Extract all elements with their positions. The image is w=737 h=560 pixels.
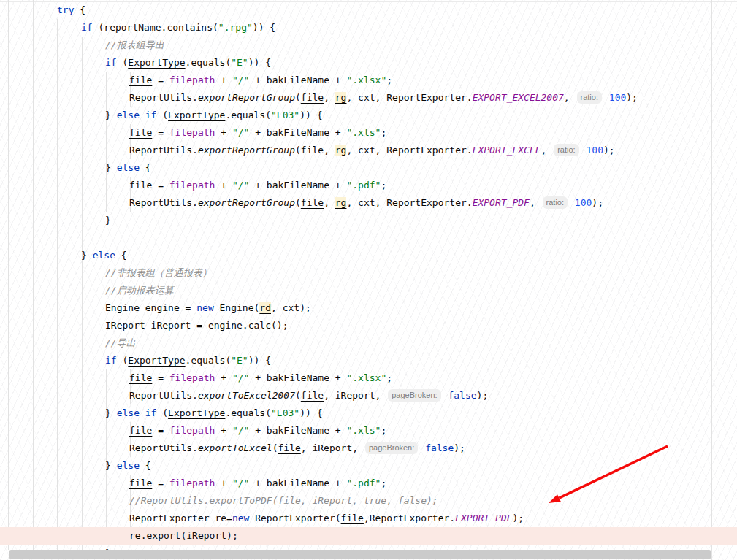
code-token: "/" <box>232 180 249 191</box>
code-token: else <box>117 162 140 173</box>
code-token: ( <box>295 197 301 208</box>
code-token: else <box>93 250 115 261</box>
code-token: + <box>215 425 232 436</box>
code-token: + <box>215 477 232 488</box>
code-token: IReport iReport = engine.calc(); <box>105 320 288 331</box>
code-line[interactable]: file = filepath + "/" + bakFileName + ".… <box>0 475 737 492</box>
code-token: "E03" <box>271 407 299 418</box>
parameter-hint-badge: ratio: <box>554 144 578 156</box>
code-token: false <box>425 442 454 453</box>
code-line[interactable]: ReportUtils.exportReportGroup(file, rg, … <box>0 89 737 107</box>
code-token: Engine( <box>214 302 260 313</box>
code-token: EXPORT_PDF <box>473 197 530 208</box>
code-line[interactable]: //ReportUtils.exportToPDF(file, iReport,… <box>0 492 737 510</box>
code-token: ExportType <box>128 57 185 68</box>
code-token: , cxt, ReportExporter. <box>346 145 472 156</box>
code-token: file <box>129 74 152 85</box>
code-line[interactable]: } else if (ExportType.equals("E03")) { <box>0 107 737 124</box>
code-token: , <box>530 197 541 208</box>
code-line[interactable]: if (ExportType.equals("E")) { <box>0 54 737 72</box>
code-token: )) { <box>248 57 271 68</box>
code-line[interactable]: } else { <box>0 159 737 177</box>
code-line[interactable]: Engine engine = new Engine(rd, cxt); <box>0 299 737 317</box>
code-token: = <box>152 74 169 85</box>
code-line[interactable]: //非报表组（普通报表） <box>0 264 737 282</box>
code-token: ); <box>512 513 524 523</box>
code-line[interactable]: ReportUtils.exportToExcel2007(file, iRep… <box>0 387 737 404</box>
code-token: if <box>105 57 117 68</box>
parameter-hint-badge: pageBroken: <box>365 442 418 454</box>
code-token: ( <box>156 407 168 418</box>
code-token: if <box>145 407 157 418</box>
code-token: ( <box>295 92 301 103</box>
code-line-highlighted[interactable]: re.export(iReport); <box>0 527 737 545</box>
code-token: file <box>129 425 152 436</box>
code-line[interactable]: //启动报表运算 <box>0 282 737 299</box>
code-token: } <box>105 110 117 120</box>
code-token: , cxt, ReportExporter. <box>346 197 472 208</box>
code-token: + <box>215 180 232 191</box>
code-token: exportReportGroup <box>198 197 295 208</box>
code-token: exportReportGroup <box>198 92 295 103</box>
code-token: = <box>152 180 169 191</box>
code-token: ".xls" <box>346 425 381 436</box>
code-token: , cxt); <box>271 302 311 313</box>
code-line[interactable]: IReport iReport = engine.calc(); <box>0 317 737 334</box>
code-line[interactable]: ReportUtils.exportReportGroup(file, rg, … <box>0 194 737 212</box>
code-token: , iReport, <box>301 442 364 453</box>
code-line[interactable]: //报表组导出 <box>0 37 737 54</box>
code-token: { <box>115 250 127 261</box>
horizontal-scrollbar-thumb[interactable] <box>9 550 711 559</box>
code-token: try <box>57 4 74 15</box>
code-line[interactable]: ReportExporter re=new ReportExporter(fil… <box>0 510 737 527</box>
code-token: + <box>215 74 232 85</box>
parameter-hint-badge: ratio: <box>543 196 568 209</box>
code-area[interactable]: try {if (reportName.contains(".rpg")) {/… <box>0 1 737 560</box>
code-line[interactable]: ReportUtils.exportReportGroup(file, rg, … <box>0 142 737 159</box>
code-token: , cxt, ReportExporter. <box>346 92 472 103</box>
code-token: + bakFileName + <box>249 180 346 191</box>
code-token: filepath <box>169 74 215 85</box>
code-token <box>140 407 145 418</box>
code-line[interactable]: } else { <box>0 247 737 264</box>
code-line[interactable]: file = filepath + "/" + bakFileName + ".… <box>0 72 737 89</box>
code-token <box>581 145 587 156</box>
code-token: file <box>129 372 152 383</box>
code-line[interactable]: } <box>0 212 737 229</box>
code-token: file <box>301 145 324 156</box>
code-token: //非报表组（普通报表） <box>105 267 212 278</box>
code-token: "/" <box>232 372 249 383</box>
code-line[interactable]: } else { <box>0 457 737 475</box>
code-line[interactable] <box>0 229 737 247</box>
code-token: ( <box>117 57 129 68</box>
code-token: filepath <box>169 127 215 138</box>
code-token: ; <box>386 372 392 383</box>
code-token: + bakFileName + <box>249 127 346 138</box>
code-token: exportToExcel2007 <box>198 390 295 401</box>
code-token: )) { <box>248 355 271 366</box>
code-token: //ReportUtils.exportToPDF(file, iReport,… <box>129 495 438 506</box>
code-token <box>140 110 145 120</box>
code-line[interactable]: try { <box>0 1 737 19</box>
code-token: "/" <box>232 127 249 138</box>
code-line[interactable]: //导出 <box>0 334 737 352</box>
code-line[interactable]: file = filepath + "/" + bakFileName + ".… <box>0 369 737 387</box>
code-token <box>419 442 425 453</box>
code-token: ; <box>381 477 386 488</box>
code-line[interactable]: file = filepath + "/" + bakFileName + ".… <box>0 177 737 194</box>
code-token: ); <box>454 442 465 453</box>
code-token: .equals( <box>225 110 271 120</box>
code-line[interactable]: file = filepath + "/" + bakFileName + ".… <box>0 124 737 142</box>
code-line[interactable]: file = filepath + "/" + bakFileName + ".… <box>0 422 737 440</box>
code-token: ExportType <box>168 407 225 418</box>
code-editor[interactable]: try {if (reportName.contains(".rpg")) {/… <box>0 0 737 560</box>
code-line[interactable]: if (reportName.contains(".rpg")) { <box>0 19 737 37</box>
code-line[interactable]: } else if (ExportType.equals("E03")) { <box>0 404 737 422</box>
code-token: ReportExporter( <box>249 513 340 523</box>
code-token: EXPORT_PDF <box>455 513 512 523</box>
code-line[interactable]: ReportUtils.exportToExcel(file, iReport,… <box>0 440 737 457</box>
code-token: file <box>341 513 364 523</box>
code-line[interactable]: if (ExportType.equals("E")) { <box>0 352 737 369</box>
parameter-hint-badge: ratio: <box>577 91 602 104</box>
code-token: Engine engine = <box>105 302 196 313</box>
